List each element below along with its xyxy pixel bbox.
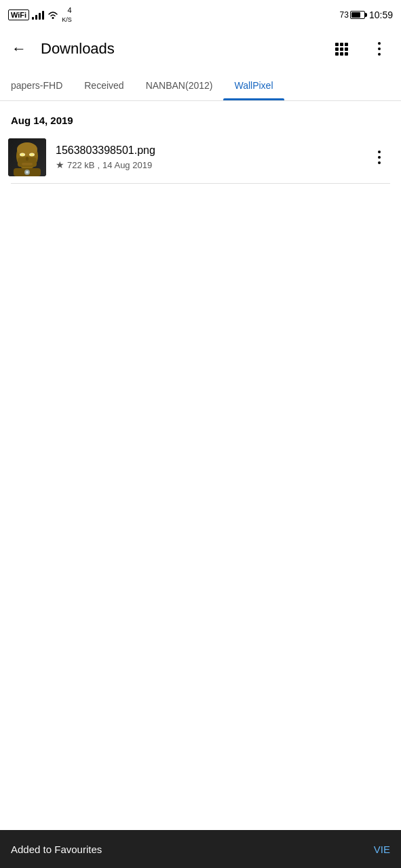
svg-point-14 — [26, 171, 28, 174]
back-arrow-icon: ← — [12, 40, 26, 58]
signal-bar-4 — [42, 11, 44, 20]
grid-view-button[interactable] — [325, 33, 358, 65]
signal-bar-3 — [39, 13, 41, 20]
tab-papers-fhd[interactable]: papers-FHD — [0, 71, 73, 100]
file-date: 14 Aug 2019 — [102, 160, 152, 170]
snackbar-message: Added to Favourites — [11, 844, 102, 855]
tabs-container: papers-FHD Received NANBAN(2012) WallPix… — [0, 71, 401, 101]
tab-nanban[interactable]: NANBAN(2012) — [135, 71, 224, 100]
file-preview-image — [8, 138, 46, 176]
back-button[interactable]: ← — [3, 33, 35, 65]
time-display: 10:59 — [369, 9, 393, 20]
file-thumbnail — [8, 138, 46, 176]
file-name: 1563803398501.png — [56, 144, 366, 157]
status-bar: WiFi 4 K/S 73 10:59 — [0, 0, 401, 27]
wifi-icon — [47, 10, 59, 20]
star-icon: ★ — [56, 159, 64, 170]
file-date-separator: , — [97, 160, 100, 170]
battery-level: 73 — [340, 10, 349, 20]
page-title: Downloads — [41, 40, 320, 58]
status-bar-left: WiFi 4 K/S — [8, 6, 72, 23]
status-bar-right: 73 10:59 — [340, 9, 393, 20]
tab-wallpixel[interactable]: WallPixel — [223, 71, 284, 100]
file-divider — [11, 183, 390, 184]
battery-icon: 73 — [340, 10, 365, 20]
more-options-button[interactable] — [363, 33, 396, 65]
app-bar: ← Downloads — [0, 27, 401, 71]
file-meta: ★ 722 kB , 14 Aug 2019 — [56, 159, 366, 170]
file-info: 1563803398501.png ★ 722 kB , 14 Aug 2019 — [46, 144, 366, 170]
file-more-button[interactable] — [366, 144, 393, 171]
network-speed: 4 K/S — [62, 6, 72, 23]
content-area: Aug 14, 2019 — [0, 101, 401, 184]
svg-point-0 — [52, 17, 54, 19]
snackbar-action-button[interactable]: Vie — [374, 844, 390, 855]
svg-rect-10 — [26, 157, 28, 161]
date-header: Aug 14, 2019 — [0, 101, 401, 132]
signal-bars — [32, 10, 44, 20]
signal-bar-2 — [35, 15, 37, 20]
carrier-text: WiFi — [8, 9, 29, 20]
file-item[interactable]: 1563803398501.png ★ 722 kB , 14 Aug 2019 — [0, 132, 401, 183]
more-options-icon — [378, 42, 381, 56]
file-more-icon — [378, 151, 381, 164]
svg-point-9 — [31, 154, 34, 156]
signal-bar-1 — [32, 17, 34, 20]
grid-icon — [335, 43, 348, 56]
tab-received[interactable]: Received — [73, 71, 134, 100]
svg-rect-11 — [22, 163, 33, 165]
svg-point-8 — [21, 154, 24, 156]
file-size: 722 kB — [67, 160, 94, 170]
snackbar: Added to Favourites Vie — [0, 830, 401, 868]
